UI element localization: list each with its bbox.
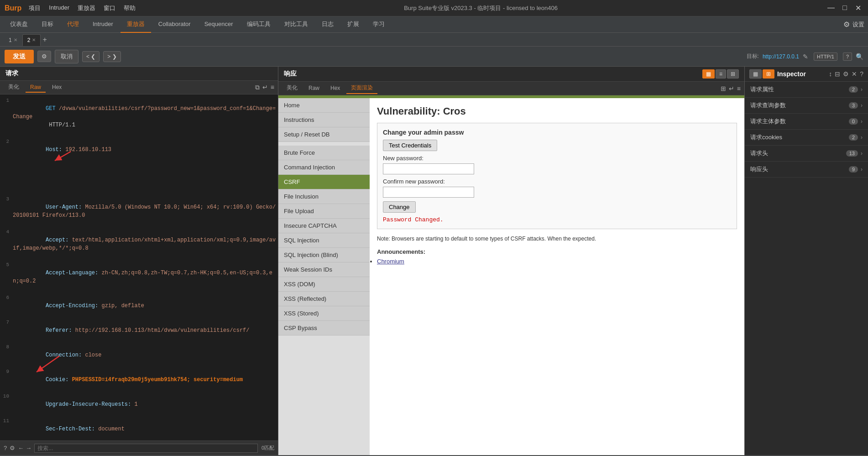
dvwa-menu-csp-bypass[interactable]: CSP Bypass — [278, 321, 370, 335]
inspector-row-resp-headers[interactable]: 响应头 9 › — [745, 162, 868, 178]
back-icon[interactable]: ← — [18, 445, 24, 451]
dvwa-menu-xss-stored[interactable]: XSS (Stored) — [278, 306, 370, 321]
request-tab-1[interactable]: 1 ✕ — [4, 34, 22, 46]
resp-subtab-render[interactable]: 页面渲染 — [346, 83, 377, 94]
insp-view-btn2[interactable]: ⊞ — [763, 69, 774, 79]
menu-intruder[interactable]: Intruder — [49, 4, 69, 12]
request-code-area[interactable]: 1 GET /dvwa/vulnerabilities/csrf/?passwo… — [0, 94, 278, 440]
inspector-row-body-params[interactable]: 请求主体参数 0 › — [745, 114, 868, 130]
view-split-btn[interactable]: ▦ — [702, 69, 715, 79]
resp-subtab-raw[interactable]: Raw — [304, 84, 324, 94]
view-grid-btn[interactable]: ⊞ — [727, 69, 739, 79]
inspector-filter-icon[interactable]: ⊟ — [835, 70, 840, 78]
edit-target-icon[interactable]: ✎ — [803, 53, 808, 60]
search-input[interactable] — [34, 444, 258, 453]
tab-intruder[interactable]: Intruder — [86, 16, 120, 33]
dvwa-menu-insecure-captcha[interactable]: Insecure CAPTCHA — [278, 219, 370, 233]
resp-subtab-hex[interactable]: Hex — [326, 84, 345, 94]
help-icon-bottom[interactable]: ? — [4, 445, 7, 451]
tab-proxy[interactable]: 代理 — [61, 16, 85, 33]
dvwa-menu-home[interactable]: Home — [278, 98, 370, 113]
settings-button[interactable]: ⚙ — [37, 51, 51, 62]
maximize-button[interactable]: □ — [840, 4, 850, 12]
tab-collaborator[interactable]: Collaborator — [152, 16, 197, 33]
wrap-icon[interactable]: ↵ — [262, 84, 268, 91]
menu-project[interactable]: 项目 — [29, 4, 41, 12]
subtab-raw[interactable]: Raw — [26, 83, 46, 93]
more-icon[interactable]: ≡ — [271, 84, 274, 91]
change-password-button[interactable]: Change — [383, 201, 416, 213]
tab-sequencer[interactable]: Sequencer — [198, 16, 240, 33]
insp-view-btn1[interactable]: ▦ — [749, 69, 762, 79]
tab-encoder[interactable]: 编码工具 — [241, 16, 277, 33]
code-line-7: 7 Referer: http://192.168.10.113/html/dv… — [0, 318, 278, 343]
dvwa-menu-bruteforce[interactable]: Brute Force — [278, 146, 370, 160]
send-button[interactable]: 发送 — [5, 50, 34, 63]
forward-icon[interactable]: → — [26, 445, 31, 451]
request-tab-2[interactable]: 2 ✕ — [22, 34, 41, 46]
chromium-link[interactable]: Chromium — [377, 258, 404, 265]
view-horiz-btn[interactable]: ≡ — [716, 69, 726, 79]
tab-dashboard[interactable]: 仪表盘 — [4, 16, 34, 33]
inspector-row-query-params[interactable]: 请求查询参数 3 › — [745, 98, 868, 114]
tab1-close[interactable]: ✕ — [14, 37, 17, 42]
menu-help[interactable]: 帮助 — [124, 4, 136, 12]
confirm-password-input[interactable] — [383, 187, 474, 198]
inspector-row-request-attrs[interactable]: 请求属性 2 › — [745, 82, 868, 98]
close-button[interactable]: ✕ — [853, 4, 863, 12]
tab-extensions[interactable]: 扩展 — [341, 16, 366, 33]
dvwa-menu-xss-reflected[interactable]: XSS (Reflected) — [278, 292, 370, 306]
inspector-label-query-params: 请求查询参数 — [750, 101, 849, 110]
dvwa-menu-setup[interactable]: Setup / Reset DB — [278, 127, 370, 142]
nav-prev-button[interactable]: < ❮ — [82, 51, 99, 62]
inspector-close-icon[interactable]: ✕ — [852, 70, 857, 78]
dvwa-menu-command-injection[interactable]: Command Injection — [278, 160, 370, 175]
copy-icon[interactable]: ⧉ — [255, 84, 260, 91]
resp-icon3[interactable]: ≡ — [737, 85, 741, 92]
dvwa-menu-csrf[interactable]: CSRF — [278, 175, 370, 189]
http-version-badge[interactable]: HTTP/1 — [814, 52, 837, 61]
settings-label[interactable]: 设置 — [852, 21, 864, 29]
subtab-beautify[interactable]: 美化 — [4, 82, 24, 93]
inspector-header: ▦ ⊞ Inspector ↕ ⊟ ⚙ ✕ ? — [745, 67, 868, 82]
menu-window[interactable]: 窗口 — [104, 4, 115, 12]
tab-learn[interactable]: 学习 — [366, 16, 391, 33]
inspector-count-resp-headers: 9 — [849, 166, 858, 173]
settings-icon[interactable]: ⚙ — [843, 20, 850, 29]
new-password-input[interactable] — [383, 163, 474, 174]
settings-icon-bottom[interactable]: ⚙ — [10, 445, 15, 451]
dvwa-menu-instructions[interactable]: Instructions — [278, 113, 370, 127]
help-icon[interactable]: ? — [843, 52, 852, 61]
menu-repeater[interactable]: 重放器 — [78, 4, 95, 12]
inspector-settings-icon[interactable]: ⚙ — [843, 70, 849, 78]
match-count: 0匹配 — [261, 445, 274, 451]
minimize-button[interactable]: — — [826, 4, 836, 12]
nav-next-button[interactable]: > ❯ — [103, 51, 120, 62]
cancel-button[interactable]: 取消 — [55, 50, 78, 63]
search-icon[interactable]: 🔍 — [856, 53, 863, 60]
tab-logger[interactable]: 日志 — [315, 16, 340, 33]
dvwa-sidebar: Home Instructions Setup / Reset DB Brute… — [278, 98, 370, 455]
dvwa-change-password-box: Change your admin passw Test Credentials… — [377, 123, 737, 229]
resp-icon1[interactable]: ⊞ — [721, 85, 726, 92]
resp-icon2[interactable]: ↵ — [729, 85, 734, 92]
test-credentials-button[interactable]: Test Credentials — [383, 140, 437, 151]
inspector-row-cookies[interactable]: 请求cookies 2 › — [745, 130, 868, 146]
subtab-hex[interactable]: Hex — [47, 83, 66, 93]
dvwa-menu-xss-dom[interactable]: XSS (DOM) — [278, 277, 370, 292]
menu-bar: 项目 Intruder 重放器 窗口 帮助 — [29, 4, 136, 12]
add-tab-button[interactable]: + — [41, 36, 48, 44]
tab2-close[interactable]: ✕ — [32, 37, 36, 42]
tab-target[interactable]: 目标 — [35, 16, 60, 33]
tab-comparer[interactable]: 对比工具 — [278, 16, 314, 33]
dvwa-menu-weak-session[interactable]: Weak Session IDs — [278, 262, 370, 277]
dvwa-menu-file-inclusion[interactable]: File Inclusion — [278, 189, 370, 204]
resp-subtab-beautify[interactable]: 美化 — [282, 83, 302, 94]
inspector-sort-icon[interactable]: ↕ — [829, 70, 832, 78]
dvwa-menu-sql-injection-blind[interactable]: SQL Injection (Blind) — [278, 248, 370, 262]
inspector-expand-icon[interactable]: ? — [860, 70, 863, 78]
dvwa-menu-file-upload[interactable]: File Upload — [278, 204, 370, 219]
tab-repeater[interactable]: 重放器 — [120, 16, 151, 33]
dvwa-menu-sql-injection[interactable]: SQL Injection — [278, 233, 370, 248]
inspector-row-req-headers[interactable]: 请求头 13 › — [745, 146, 868, 162]
